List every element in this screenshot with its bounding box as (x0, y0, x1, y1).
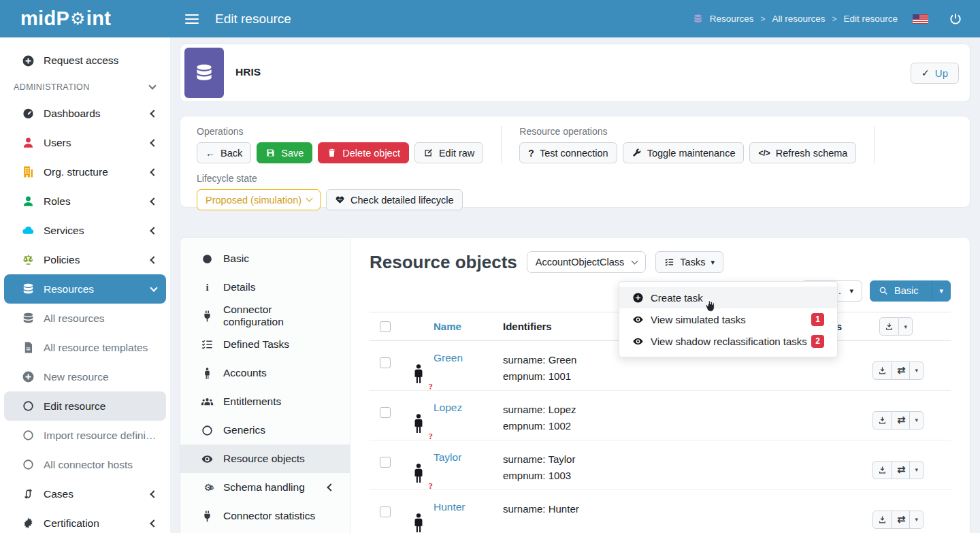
locale-flag-us[interactable] (913, 14, 928, 24)
tab-accounts[interactable]: Accounts (180, 359, 350, 387)
midpoint-app: midP⚙int Edit resource Resources > All r… (0, 0, 980, 533)
sidebar-item-users[interactable]: Users (0, 128, 170, 157)
menu-item-create-task[interactable]: Create task (619, 287, 837, 308)
object-class-select[interactable]: AccountObjectClass (527, 251, 647, 273)
cloud-icon (22, 224, 35, 237)
breadcrumb-edit-resource: Edit resource (843, 14, 898, 24)
row-checkbox[interactable] (380, 506, 391, 517)
tab-resource-objects[interactable]: Resource objects (180, 445, 350, 473)
availability-status-button[interactable]: ✓ Up (911, 63, 959, 84)
tab-details[interactable]: i Details (180, 273, 350, 302)
sidebar-item-new-resource[interactable]: New resource (0, 362, 170, 391)
chevron-down-icon (148, 82, 156, 89)
trash-icon (327, 148, 337, 158)
sidebar-item-all-resource-templates[interactable]: All resource templates (0, 333, 170, 362)
object-name-link[interactable]: Lopez (434, 402, 462, 414)
search-mode-caret[interactable]: ▾ (932, 281, 950, 301)
chevron-left-icon (327, 483, 334, 491)
import-button[interactable] (872, 461, 892, 479)
object-name-link[interactable]: Hunter (434, 501, 466, 513)
row-menu-button[interactable]: ▾ (910, 511, 924, 529)
tab-connector-statistics[interactable]: Connector statistics (180, 502, 350, 530)
change-owner-button[interactable]: ⇄ (892, 411, 911, 430)
sidebar-item-roles[interactable]: Roles (0, 187, 170, 216)
save-button[interactable]: Save (257, 142, 312, 163)
sidebar-item-services[interactable]: Services (0, 216, 170, 245)
tasks-dropdown-menu: Create task View simulated tasks 1 View … (619, 281, 838, 357)
logout-power-icon[interactable] (949, 12, 962, 26)
sidebar-item-request-access[interactable]: Request access (0, 46, 170, 76)
tab-entitlements[interactable]: Entitlements (180, 387, 350, 416)
wrench-icon (632, 148, 642, 158)
exchange-icon: ⇄ (897, 513, 905, 526)
tab-connector-configuration[interactable]: Connector configuration (180, 302, 350, 330)
sidebar-item-all-connector-hosts[interactable]: All connector hosts (0, 450, 170, 479)
change-owner-button[interactable]: ⇄ (892, 461, 911, 479)
edit-raw-button[interactable]: Edit raw (414, 142, 483, 163)
sidebar-item-org-structure[interactable]: Org. structure (0, 157, 170, 187)
chevron-left-icon (150, 139, 157, 146)
export-caret-button[interactable]: ▾ (899, 317, 913, 336)
import-button[interactable] (872, 511, 892, 529)
resource-type-badge (184, 48, 224, 98)
menu-item-view-simulated-tasks[interactable]: View simulated tasks 1 (619, 308, 837, 330)
sidebar-item-dashboards[interactable]: Dashboards (0, 99, 170, 128)
menu-toggle-icon[interactable] (185, 12, 199, 27)
import-button[interactable] (872, 361, 892, 380)
sidebar: Request access ADMINISTRATION Dashboards… (0, 37, 170, 533)
sidebar-section-administration[interactable]: ADMINISTRATION (0, 76, 170, 99)
sidebar-item-import-resource-definition[interactable]: Import resource definit… (0, 421, 170, 450)
vertical-divider (501, 126, 502, 163)
check-detailed-lifecycle-button[interactable]: Check detailed lifecycle (326, 189, 463, 210)
row-checkbox[interactable] (380, 457, 391, 468)
arrow-left-icon: ← (206, 148, 215, 159)
tab-generics[interactable]: Generics (180, 416, 350, 445)
export-download-button[interactable] (879, 317, 899, 336)
test-connection-button[interactable]: ? Test connection (519, 142, 617, 163)
sidebar-item-edit-resource[interactable]: Edit resource (4, 391, 166, 421)
gears-icon: ⚙⚙ (201, 481, 214, 494)
row-actions-group: ⇄ ▾ (872, 461, 924, 479)
details-nav-panel: Basic i Details Connector configuration … (180, 238, 350, 533)
sidebar-item-resources[interactable]: Resources (4, 274, 166, 304)
select-all-checkbox[interactable] (380, 321, 391, 332)
sidebar-item-all-resources[interactable]: All resources (0, 304, 170, 333)
table-row: ? Taylor surname: Taylorempnum: 1003 ⇄ ▾ (370, 440, 951, 490)
change-owner-button[interactable]: ⇄ (892, 361, 911, 380)
import-button[interactable] (872, 411, 892, 430)
tab-schema-handling[interactable]: ⚙⚙ Schema handling (180, 473, 350, 502)
row-menu-button[interactable]: ▾ (910, 361, 924, 380)
tasks-dropdown-button[interactable]: Tasks ▾ (655, 251, 723, 273)
search-mode-button[interactable]: Basic ▾ (870, 280, 951, 302)
plus-circle-icon (22, 370, 35, 383)
tab-basic[interactable]: Basic (180, 244, 350, 273)
object-name-link[interactable]: Taylor (434, 451, 461, 464)
breadcrumb-all-resources[interactable]: All resources (772, 14, 825, 24)
chevron-down-icon (150, 284, 157, 291)
change-owner-button[interactable]: ⇄ (892, 511, 911, 529)
tab-defined-tasks[interactable]: Defined Tasks (180, 330, 350, 359)
back-button[interactable]: ← Back (197, 142, 251, 163)
chevron-left-icon (150, 256, 157, 263)
row-checkbox[interactable] (380, 357, 391, 368)
logo-text-right: int (86, 7, 111, 30)
menu-item-view-shadow-reclassification-tasks[interactable]: View shadow reclassification tasks 2 (619, 330, 837, 352)
column-header-name[interactable]: Name (434, 321, 461, 332)
lifecycle-state-select[interactable]: Proposed (simulation) (197, 189, 321, 210)
sidebar-item-cases[interactable]: Cases (0, 479, 170, 508)
delete-object-button[interactable]: Delete object (318, 142, 409, 163)
object-name-link[interactable]: Green (434, 352, 463, 364)
toggle-maintenance-button[interactable]: Toggle maintenance (623, 142, 745, 163)
sidebar-item-certification[interactable]: Certification (0, 508, 170, 533)
group-icon (201, 395, 214, 408)
refresh-schema-button[interactable]: </> Refresh schema (749, 142, 856, 163)
info-icon: i (201, 281, 214, 294)
row-menu-button[interactable]: ▾ (910, 411, 924, 430)
chevron-left-icon (150, 110, 157, 117)
midpoint-logo[interactable]: midP⚙int (0, 7, 170, 30)
row-checkbox[interactable] (380, 407, 391, 418)
breadcrumb-resources[interactable]: Resources (710, 14, 754, 24)
sidebar-item-policies[interactable]: Policies (0, 245, 170, 274)
shadow-account-icon: ? (408, 506, 429, 533)
row-menu-button[interactable]: ▾ (910, 461, 924, 479)
